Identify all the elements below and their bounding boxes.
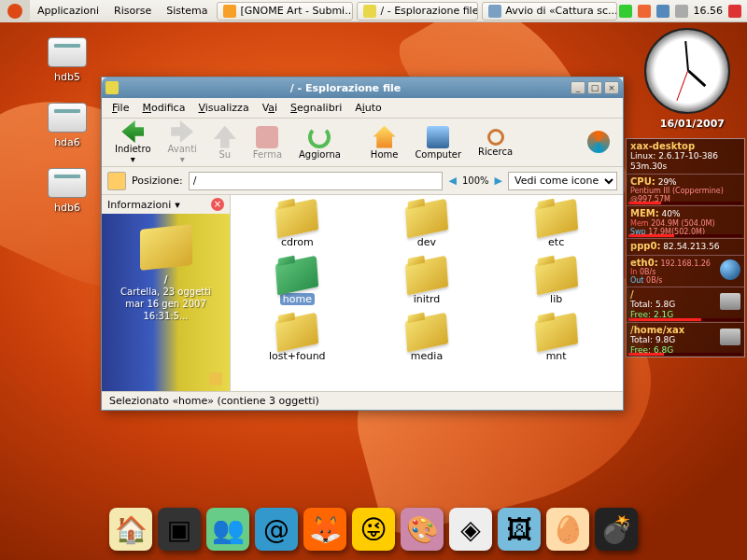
taskbar-button[interactable]: / - Esplorazione file	[357, 2, 478, 21]
sidepane-preview: / Cartella, 23 oggetti mar 16 gen 2007 1…	[102, 214, 230, 391]
statusbar: Selezionato «home» (contiene 3 oggetti)	[102, 391, 623, 410]
drive-label: hdb6	[37, 202, 97, 214]
chevron-down-icon[interactable]: ▾	[175, 199, 180, 211]
desktop-drive-icon[interactable]: hda6	[37, 103, 97, 148]
desktop-drive-icon[interactable]: hdb6	[37, 168, 97, 214]
folder-label: lib	[502, 293, 610, 305]
folder-label: home	[280, 293, 315, 305]
folder-icon	[275, 313, 318, 353]
dock-palette[interactable]: 🎨	[401, 508, 444, 551]
drive-icon	[48, 37, 87, 67]
dock-users[interactable]: 👥	[206, 508, 249, 551]
folder-item[interactable]: initrd	[372, 258, 483, 307]
menu-segnalibri[interactable]: Segnalibri	[284, 102, 348, 114]
view-mode-select[interactable]: Vedi come icone	[508, 172, 617, 190]
forward-arrow-icon	[171, 120, 193, 143]
updates-icon[interactable]	[656, 5, 669, 18]
status-warn-icon[interactable]	[638, 5, 651, 18]
window-icon	[106, 81, 119, 94]
folder-item[interactable]: etc	[500, 201, 612, 250]
side-pane: Informazioni▾ × / Cartella, 23 oggetti m…	[102, 195, 231, 391]
dock-mail[interactable]: @	[255, 508, 298, 551]
main-menu-launcher[interactable]	[0, 0, 30, 22]
folder-icon	[535, 313, 578, 353]
drive-icon	[48, 168, 87, 198]
lock-icon	[209, 372, 222, 385]
location-label: Posizione:	[132, 175, 183, 187]
menu-applicazioni[interactable]: Applicazioni	[30, 0, 106, 22]
dock-home[interactable]: 🏠	[109, 508, 152, 551]
disk-icon	[720, 293, 740, 310]
throbber	[580, 129, 617, 156]
app-icon	[488, 5, 501, 18]
folder-item[interactable]: lost+found	[242, 315, 353, 364]
menu-modifica[interactable]: Modifica	[135, 102, 191, 114]
taskbar-button[interactable]: Avvio di «Cattura sc...	[482, 2, 616, 21]
task-label: [GNOME Art - Submi...	[240, 5, 353, 17]
search-icon	[487, 129, 504, 146]
stop-button: Ferma	[246, 124, 289, 161]
menu-risorse[interactable]: Risorse	[106, 0, 159, 22]
folder-item[interactable]: lib	[500, 258, 612, 307]
status-ok-icon[interactable]	[619, 5, 632, 18]
close-button[interactable]: ×	[604, 81, 619, 94]
computer-icon	[427, 126, 449, 148]
minimize-button[interactable]: _	[571, 81, 585, 94]
folder-icon	[140, 224, 192, 271]
taskbar-button[interactable]: [GNOME Art - Submi...	[217, 2, 353, 21]
dock-terminal[interactable]: ▣	[158, 508, 201, 551]
file-manager-window: / - Esplorazione file _ □ × File Modific…	[101, 77, 624, 411]
panel-clock[interactable]: 16.56	[694, 5, 724, 17]
home-button[interactable]: Home	[363, 124, 406, 161]
folder-item[interactable]: mnt	[500, 315, 612, 364]
folder-icon	[405, 313, 448, 353]
folder-item[interactable]: cdrom	[242, 201, 353, 250]
folder-item[interactable]: dev	[372, 201, 483, 250]
icon-view[interactable]: cdromdevetchomeinitrdliblost+foundmediam…	[231, 195, 623, 391]
dock-photo[interactable]: 🖼	[498, 508, 541, 551]
stop-icon	[256, 126, 278, 148]
dock-bomb[interactable]: 💣	[595, 508, 638, 551]
zoom-in-icon[interactable]: ▶	[495, 175, 502, 187]
reload-button[interactable]: Aggiorna	[291, 124, 348, 161]
ubuntu-logo-icon	[7, 4, 22, 19]
folder-label: lost+found	[244, 350, 351, 362]
location-input[interactable]	[189, 172, 444, 190]
zoom-out-icon[interactable]: ◀	[448, 175, 456, 187]
titlebar[interactable]: / - Esplorazione file _ □ ×	[102, 77, 623, 98]
disk-icon	[720, 329, 740, 345]
logout-icon[interactable]	[728, 5, 741, 18]
folder-item[interactable]: home	[242, 258, 353, 307]
location-bar: Posizione: ◀ 100% ▶ Vedi come icone	[102, 167, 623, 195]
search-button[interactable]: Ricerca	[471, 127, 520, 159]
edit-location-button[interactable]	[107, 172, 126, 190]
menu-vai[interactable]: Vai	[256, 102, 284, 114]
computer-button[interactable]: Computer	[407, 124, 469, 161]
folder-label: mnt	[502, 350, 610, 362]
folder-item[interactable]: media	[372, 315, 483, 364]
sidepane-header[interactable]: Informazioni	[107, 199, 171, 211]
up-arrow-icon	[214, 126, 236, 148]
task-label: / - Esplorazione file	[380, 5, 478, 17]
menu-sistema[interactable]: Sistema	[159, 0, 215, 22]
menu-file[interactable]: File	[106, 102, 135, 114]
dock-firefox[interactable]: 🦊	[303, 508, 346, 551]
menu-aiuto[interactable]: Aiuto	[348, 102, 388, 114]
system-monitor[interactable]: xax-desktop Linux: 2.6.17-10-386 53m.30s…	[626, 138, 745, 357]
folder-icon	[275, 256, 318, 296]
folder-icon	[275, 199, 318, 239]
dock-egg[interactable]: 🥚	[546, 508, 589, 551]
app-icon	[223, 5, 236, 18]
analog-clock-widget[interactable]	[644, 28, 730, 114]
maximize-button[interactable]: □	[587, 81, 602, 94]
desktop-drive-icon[interactable]: hdb5	[37, 37, 97, 83]
volume-icon[interactable]	[675, 5, 688, 18]
dock-emoticon[interactable]: 😜	[352, 508, 395, 551]
folder-label: etc	[502, 236, 610, 248]
reload-icon	[308, 126, 331, 148]
window-title: / - Esplorazione file	[122, 82, 569, 94]
sidepane-close-button[interactable]: ×	[211, 198, 224, 211]
menu-visualizza[interactable]: Visualizza	[191, 102, 255, 114]
back-button[interactable]: Indietro ▾	[107, 119, 159, 166]
dock-media[interactable]: ◈	[449, 508, 492, 551]
